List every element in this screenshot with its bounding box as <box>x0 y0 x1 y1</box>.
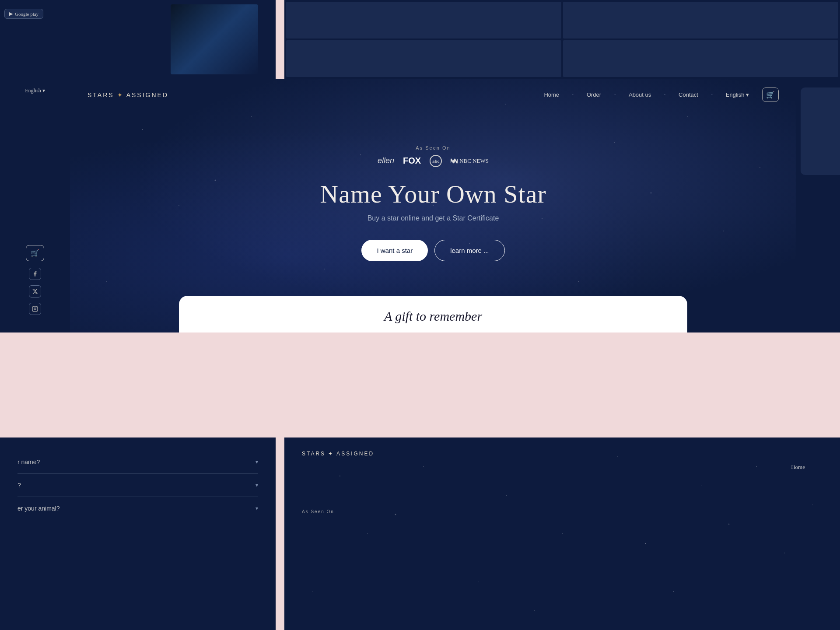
image-cell-person2 <box>563 40 838 77</box>
top-left-panel: ▶ Google play <box>0 0 276 79</box>
facebook-icon[interactable] <box>29 268 41 280</box>
hero-title: Name Your Own Star <box>320 180 546 208</box>
middle-section: English ▾ 🛒 STARS ✦ ASSIGNED <box>0 79 840 332</box>
faq-arrow-2: ▾ <box>256 482 258 488</box>
image-cell-nebula <box>286 2 561 38</box>
basket-button-nav[interactable]: 🛒 <box>762 88 779 102</box>
bottom-nav-home[interactable]: Home <box>791 464 805 470</box>
nav-contact[interactable]: Contact <box>679 91 698 98</box>
top-right-image-grid <box>284 0 840 79</box>
faq-question-2: ? <box>18 482 21 489</box>
gift-section-title: A gift to remember <box>196 309 670 324</box>
basket-button-left[interactable]: 🛒 <box>26 245 44 261</box>
media-logo-ellen: ellen <box>378 156 394 165</box>
phone-image <box>171 4 258 74</box>
google-play-icon: ▶ <box>9 11 13 17</box>
chevron-down-icon: ▾ <box>42 88 45 94</box>
main-nav: STARS ✦ ASSIGNED Home • Order • About us… <box>70 79 796 111</box>
image-cell-child <box>286 40 561 77</box>
bottom-logo: STARS ✦ ASSIGNED <box>302 451 822 457</box>
instagram-icon[interactable] <box>29 303 41 315</box>
nav-links: Home • Order • About us • Contact • Engl… <box>544 88 779 102</box>
hero-buttons: I want a star learn more ... <box>361 240 504 261</box>
top-strip: ▶ Google play <box>0 0 840 79</box>
left-sidebar: English ▾ 🛒 <box>0 79 70 332</box>
hero-content: As Seen On ellen FOX abc NBC NEWS Name Y… <box>70 111 796 296</box>
social-icons <box>29 268 41 315</box>
gift-card-preview: A gift to remember <box>179 296 687 332</box>
svg-rect-0 <box>32 306 38 312</box>
bottom-left-faq: r name? ▾ ? ▾ er your animal? ▾ <box>0 438 276 630</box>
nav-home[interactable]: Home <box>544 91 559 98</box>
bottom-nav: Home <box>791 464 805 471</box>
google-play-button[interactable]: ▶ Google play <box>4 9 43 19</box>
bottom-gap <box>276 438 284 630</box>
bottom-right-panel: STARS ✦ ASSIGNED Home As Seen On <box>284 438 840 630</box>
top-gap <box>276 0 284 79</box>
svg-point-2 <box>36 308 37 308</box>
image-cell-person1 <box>563 2 838 38</box>
faq-arrow-3: ▾ <box>256 505 258 511</box>
bottom-strip: r name? ▾ ? ▾ er your animal? ▾ STARS ✦ … <box>0 438 840 630</box>
hero-subtitle: Buy a star online and get a Star Certifi… <box>368 214 499 222</box>
faq-question-1: r name? <box>18 458 40 466</box>
faq-arrow-1: ▾ <box>256 459 258 465</box>
media-logo-abc: abc <box>430 155 442 167</box>
twitter-x-icon[interactable] <box>29 285 41 298</box>
learn-more-button[interactable]: learn more ... <box>434 240 504 261</box>
media-logo-nbc: NBC NEWS <box>451 158 489 164</box>
nav-language[interactable]: English ▾ <box>726 91 749 98</box>
nav-about[interactable]: About us <box>629 91 651 98</box>
nav-order[interactable]: Order <box>587 91 601 98</box>
as-seen-on-label: As Seen On <box>416 145 450 150</box>
logo-accent: ✦ <box>117 91 124 98</box>
language-label: English <box>25 88 41 94</box>
svg-point-1 <box>34 308 36 310</box>
media-logos: ellen FOX abc NBC NEWS <box>378 155 489 167</box>
faq-question-3: er your animal? <box>18 505 60 512</box>
site-logo: STARS ✦ ASSIGNED <box>88 91 168 98</box>
hero-card: STARS ✦ ASSIGNED Home • Order • About us… <box>70 79 796 332</box>
right-sidebar <box>796 79 840 332</box>
faq-item-1[interactable]: r name? ▾ <box>18 451 258 474</box>
language-selector[interactable]: English ▾ <box>25 88 45 94</box>
basket-icon: 🛒 <box>31 249 39 257</box>
bottom-as-seen-on: As Seen On <box>302 509 822 514</box>
google-play-label: Google play <box>15 11 38 17</box>
faq-item-2[interactable]: ? ▾ <box>18 474 258 497</box>
gift-card-preview-area: A gift to remember <box>70 296 796 332</box>
faq-item-3[interactable]: er your animal? ▾ <box>18 497 258 520</box>
media-logo-fox: FOX <box>403 156 421 166</box>
phone-right-preview <box>801 88 840 175</box>
bottom-right-content: STARS ✦ ASSIGNED Home As Seen On <box>302 451 822 514</box>
want-star-button[interactable]: I want a star <box>361 240 428 261</box>
